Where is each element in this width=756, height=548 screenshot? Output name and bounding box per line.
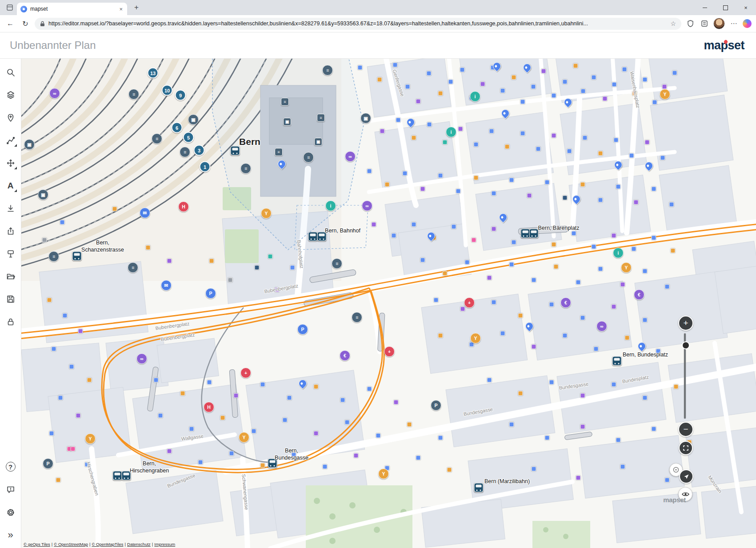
poi-dot[interactable] <box>167 449 172 454</box>
transit-stop-icon[interactable] <box>113 471 122 480</box>
poi-dot[interactable] <box>443 271 448 276</box>
poi-marker[interactable]: ≡ <box>240 163 251 174</box>
poi-dot[interactable] <box>616 438 621 443</box>
poi-marker[interactable]: ✉ <box>161 280 172 291</box>
poi-dot[interactable] <box>340 398 345 403</box>
poi-marker[interactable]: H <box>204 402 214 412</box>
poi-dot[interactable] <box>489 129 494 134</box>
poi-dot[interactable] <box>672 71 677 76</box>
poi-dot[interactable] <box>252 429 256 434</box>
fullscreen-button[interactable] <box>679 441 693 455</box>
poi-dot[interactable] <box>87 378 92 383</box>
poi-dot[interactable] <box>42 238 47 243</box>
poi-dot[interactable] <box>518 313 523 318</box>
poi-dot[interactable] <box>563 80 568 84</box>
poi-dot[interactable] <box>393 63 398 68</box>
poi-dot[interactable] <box>573 64 578 68</box>
poi-dot[interactable] <box>255 265 260 270</box>
poi-dot[interactable] <box>154 378 159 383</box>
poi-dot[interactable] <box>500 88 505 93</box>
poi-dot[interactable] <box>146 245 151 250</box>
lock-tool-button[interactable] <box>3 314 18 329</box>
poi-dot[interactable] <box>512 75 516 80</box>
attribution-link[interactable]: © OpenStreetMap <box>54 542 88 547</box>
poi-dot[interactable] <box>643 396 648 400</box>
poi-pin[interactable] <box>636 340 647 352</box>
zoom-out-button[interactable]: − <box>678 422 693 437</box>
poi-marker[interactable]: P <box>205 288 216 299</box>
poi-dot[interactable] <box>612 82 617 87</box>
poi-dot[interactable] <box>268 254 273 259</box>
poi-dot[interactable] <box>563 333 568 338</box>
attribution-link[interactable]: © OpenMapTiles <box>92 542 123 547</box>
poi-dot[interactable] <box>345 420 350 425</box>
poi-pin[interactable] <box>497 212 508 223</box>
poi-pin[interactable] <box>521 62 532 73</box>
poi-dot[interactable] <box>220 416 225 420</box>
poi-dot[interactable] <box>563 196 568 200</box>
poi-dot[interactable] <box>612 304 616 309</box>
feedback-button[interactable] <box>3 482 18 497</box>
poi-dot[interactable] <box>376 433 381 438</box>
poi-dot[interactable] <box>612 382 616 387</box>
poi-dot[interactable] <box>438 436 443 440</box>
poi-dot[interactable] <box>323 464 328 469</box>
poi-marker[interactable]: i <box>325 200 336 211</box>
poi-marker[interactable]: ▣ <box>283 118 291 126</box>
poi-dot[interactable] <box>465 260 470 265</box>
poi-dot[interactable] <box>518 391 523 396</box>
poi-marker[interactable]: ∞ <box>49 88 60 99</box>
poi-dot[interactable] <box>180 391 185 396</box>
settings-button[interactable] <box>3 505 18 520</box>
poi-dot[interactable] <box>60 220 65 225</box>
poi-dot[interactable] <box>532 467 536 472</box>
poi-dot[interactable] <box>643 269 648 274</box>
transit-stop-icon[interactable] <box>474 483 484 492</box>
poi-dot[interactable] <box>290 265 295 270</box>
poi-dot[interactable] <box>581 89 586 94</box>
poi-dot[interactable] <box>520 100 525 104</box>
poi-dot[interactable] <box>492 300 496 305</box>
poi-pin[interactable] <box>571 193 582 204</box>
new-tab-button[interactable]: + <box>132 3 141 12</box>
poi-marker[interactable]: i <box>446 127 456 137</box>
search-tool-button[interactable] <box>3 65 18 80</box>
poi-dot[interactable] <box>603 96 608 101</box>
poi-dot[interactable] <box>416 99 421 104</box>
poi-dot[interactable] <box>492 191 496 196</box>
poi-dot[interactable] <box>63 313 68 318</box>
help-button[interactable]: ? <box>6 462 16 472</box>
poi-dot[interactable] <box>632 247 636 252</box>
poi-dot[interactable] <box>652 187 656 192</box>
poi-dot[interactable] <box>405 84 410 89</box>
poi-dot[interactable] <box>412 136 416 140</box>
poi-dot[interactable] <box>420 187 425 192</box>
poi-marker[interactable]: i <box>613 248 624 258</box>
tracking-shield-icon[interactable] <box>685 18 696 29</box>
poi-dot[interactable] <box>198 460 203 465</box>
poi-dot[interactable] <box>552 133 556 138</box>
poi-dot[interactable] <box>520 131 525 136</box>
poi-marker[interactable]: ▣ <box>314 138 322 146</box>
poi-dot[interactable] <box>592 75 596 80</box>
poi-marker[interactable]: € <box>634 289 644 300</box>
poi-marker[interactable]: Y <box>660 89 670 100</box>
poi-dot[interactable] <box>580 393 585 398</box>
poi-dot[interactable] <box>207 380 212 385</box>
attribution-link[interactable]: Datenschutz <box>127 542 151 547</box>
poi-dot[interactable] <box>112 207 117 212</box>
poi-dot[interactable] <box>527 193 532 198</box>
platform-number-badge[interactable]: 6 <box>172 122 183 133</box>
poi-pin[interactable] <box>524 320 535 332</box>
poi-dot[interactable] <box>552 242 556 247</box>
poi-dot[interactable] <box>665 478 670 483</box>
poi-marker[interactable]: P <box>431 400 441 411</box>
poi-marker[interactable]: Y <box>239 432 249 443</box>
poi-dot[interactable] <box>438 333 443 338</box>
poi-dot[interactable] <box>52 347 56 352</box>
poi-dot[interactable] <box>625 336 630 340</box>
poi-dot[interactable] <box>512 240 516 245</box>
poi-dot[interactable] <box>509 262 514 267</box>
save-tool-button[interactable] <box>3 292 18 307</box>
share-tool-button[interactable] <box>3 224 18 239</box>
